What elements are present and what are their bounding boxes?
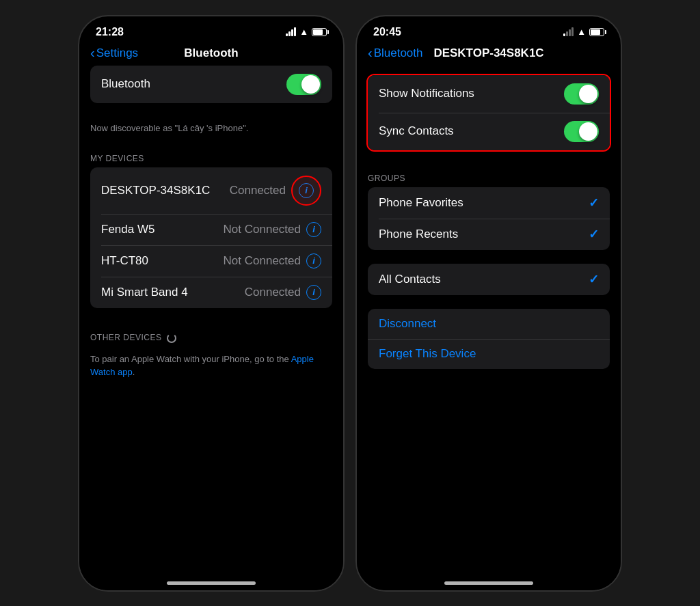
device-name: Mi Smart Band 4 (101, 286, 245, 299)
list-item[interactable]: Mi Smart Band 4 Connected i (90, 277, 332, 308)
notifications-sync-group: Show Notifications Sync Contacts (368, 75, 610, 150)
toggle-thumb (301, 75, 320, 94)
bluetooth-toggle-group: Bluetooth (90, 66, 332, 103)
status-bar-right: 20:45 ▲ (357, 16, 621, 44)
group-item-phone-recents[interactable]: Phone Recents ✓ (368, 219, 610, 250)
screen-content-right: Show Notifications Sync Contacts GROUPS … (357, 66, 621, 567)
signal-icon (286, 27, 296, 36)
groups-list: Phone Favorites ✓ Phone Recents ✓ (368, 187, 610, 250)
home-indicator-left (79, 567, 343, 590)
all-contacts-item[interactable]: All Contacts ✓ (368, 264, 610, 295)
back-label-right: Bluetooth (374, 46, 423, 60)
forget-device-button[interactable]: Forget This Device (368, 339, 610, 369)
toggle-thumb (579, 122, 597, 141)
checkmark-icon: ✓ (589, 227, 599, 242)
screen-content-left: Bluetooth Now discoverable as "Lá cây 's… (79, 66, 343, 567)
device-name: HT-CT80 (101, 254, 224, 268)
show-notifications-toggle[interactable] (564, 83, 599, 105)
device-status: Connected (245, 286, 301, 299)
home-bar (444, 581, 533, 585)
back-button-left[interactable]: ‹ Settings (90, 45, 138, 61)
info-button-fenda[interactable]: i (306, 222, 321, 237)
device-status: Not Connected (224, 254, 301, 268)
list-item[interactable]: Fenda W5 Not Connected i (90, 214, 332, 245)
left-phone: 21:28 ▲ ‹ Settings Bluetooth Bluetooth (78, 15, 345, 592)
device-name: DESKTOP-34S8K1C (101, 184, 230, 197)
back-button-right[interactable]: ‹ Bluetooth (368, 45, 423, 61)
info-button-htct80[interactable]: i (306, 253, 321, 268)
back-label-left: Settings (96, 46, 138, 60)
device-status: Not Connected (224, 223, 301, 236)
group-label: Phone Recents (379, 228, 589, 241)
nav-title-left: Bluetooth (184, 46, 238, 60)
groups-header: GROUPS (357, 163, 621, 187)
chevron-left-icon: ‹ (368, 45, 373, 61)
bluetooth-toggle-item: Bluetooth (90, 66, 332, 103)
forget-device-label: Forget This Device (379, 347, 476, 361)
show-notifications-label: Show Notifications (379, 87, 564, 100)
status-icons-right: ▲ (563, 27, 604, 37)
right-phone: 20:45 ▲ ‹ Bluetooth DESKTOP-34S8K1C (355, 15, 622, 592)
toggle-thumb (579, 85, 597, 103)
loading-spinner (167, 333, 176, 343)
other-devices-text: To pair an Apple Watch with your iPhone,… (79, 347, 343, 385)
sync-contacts-label: Sync Contacts (379, 124, 564, 138)
all-contacts-group: All Contacts ✓ (368, 264, 610, 295)
group-label: Phone Favorites (379, 196, 589, 210)
sync-contacts-toggle[interactable] (564, 121, 599, 142)
nav-bar-right: ‹ Bluetooth DESKTOP-34S8K1C (357, 44, 621, 66)
red-highlight-box: Show Notifications Sync Contacts (366, 74, 611, 152)
battery-icon (312, 28, 327, 36)
bluetooth-label: Bluetooth (101, 77, 286, 91)
my-devices-list: DESKTOP-34S8K1C Connected i Fenda W5 Not… (90, 167, 332, 308)
wifi-icon: ▲ (577, 27, 586, 37)
checkmark-icon: ✓ (589, 195, 599, 210)
other-devices-text-part2: . (133, 367, 135, 377)
status-bar-left: 21:28 ▲ (79, 16, 343, 44)
status-icons-left: ▲ (286, 27, 327, 37)
highlight-circle (291, 176, 321, 206)
show-notifications-item: Show Notifications (368, 75, 610, 113)
actions-group: Disconnect Forget This Device (368, 309, 610, 369)
other-devices-header: OTHER DEVICES (79, 322, 343, 347)
bluetooth-toggle[interactable] (286, 74, 321, 95)
battery-icon (589, 28, 604, 36)
nav-title-right: DESKTOP-34S8K1C (433, 46, 543, 60)
all-contacts-label: All Contacts (379, 273, 589, 286)
wifi-icon: ▲ (299, 27, 308, 37)
device-status: Connected (230, 184, 286, 197)
status-time-left: 21:28 (96, 26, 124, 38)
checkmark-icon: ✓ (589, 272, 599, 287)
discoverable-text: Now discoverable as "Lá cây 's iPhone". (79, 117, 343, 143)
home-bar (167, 581, 256, 585)
sync-contacts-item: Sync Contacts (368, 113, 610, 150)
nav-bar-left: ‹ Settings Bluetooth (79, 44, 343, 66)
device-name: Fenda W5 (101, 223, 224, 236)
disconnect-label: Disconnect (379, 317, 436, 331)
list-item[interactable]: DESKTOP-34S8K1C Connected i (90, 167, 332, 214)
signal-icon (563, 27, 574, 36)
list-item[interactable]: HT-CT80 Not Connected i (90, 245, 332, 277)
status-time-right: 20:45 (373, 26, 401, 38)
other-devices-text-part1: To pair an Apple Watch with your iPhone,… (90, 354, 291, 364)
group-item-phone-favorites[interactable]: Phone Favorites ✓ (368, 187, 610, 219)
my-devices-header: MY DEVICES (79, 143, 343, 167)
info-button-miband[interactable]: i (306, 285, 321, 300)
disconnect-button[interactable]: Disconnect (368, 309, 610, 339)
home-indicator-right (357, 567, 621, 590)
chevron-left-icon: ‹ (90, 45, 95, 61)
